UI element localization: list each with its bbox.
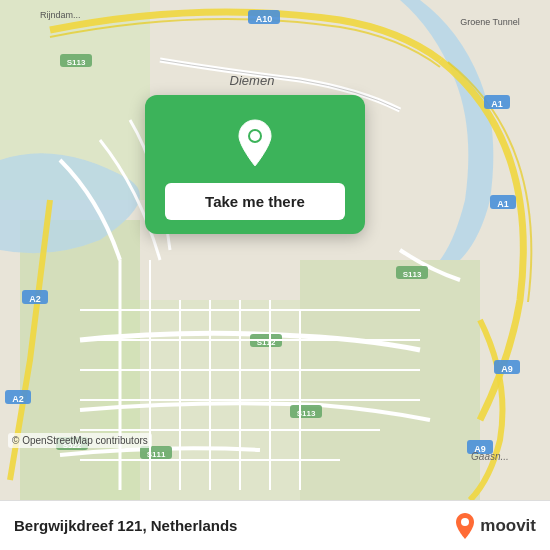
svg-point-49	[250, 131, 260, 141]
svg-text:Rijndam...: Rijndam...	[40, 10, 81, 20]
svg-text:A2: A2	[29, 294, 41, 304]
svg-text:A1: A1	[491, 99, 503, 109]
take-me-there-button[interactable]: Take me there	[165, 183, 345, 220]
svg-text:A10: A10	[256, 14, 273, 24]
osm-attribution: © OpenStreetMap contributors	[8, 433, 152, 448]
svg-text:Gaasn...: Gaasn...	[471, 451, 509, 462]
location-pin-icon	[228, 116, 282, 170]
bottom-bar: Bergwijkdreef 121, Netherlands moovit	[0, 500, 550, 550]
svg-text:Diemen: Diemen	[230, 73, 275, 88]
app: A10 A1 A1 A9 A9 A2 A2 S113	[0, 0, 550, 550]
svg-text:S113: S113	[67, 58, 86, 67]
moovit-logo: moovit	[454, 512, 536, 540]
moovit-logo-icon	[454, 512, 476, 540]
svg-text:S113: S113	[403, 270, 422, 279]
svg-point-50	[461, 518, 469, 526]
address-text: Bergwijkdreef 121, Netherlands	[14, 517, 454, 534]
moovit-logo-text: moovit	[480, 516, 536, 536]
svg-rect-3	[300, 260, 480, 500]
svg-text:A1: A1	[497, 199, 509, 209]
location-card: Take me there	[145, 95, 365, 234]
map-svg: A10 A1 A1 A9 A9 A2 A2 S113	[0, 0, 550, 500]
map-container: A10 A1 A1 A9 A9 A2 A2 S113	[0, 0, 550, 500]
svg-text:Groene Tunnel: Groene Tunnel	[460, 17, 520, 27]
svg-text:A2: A2	[12, 394, 24, 404]
pin-icon-container	[225, 113, 285, 173]
svg-text:A9: A9	[501, 364, 513, 374]
